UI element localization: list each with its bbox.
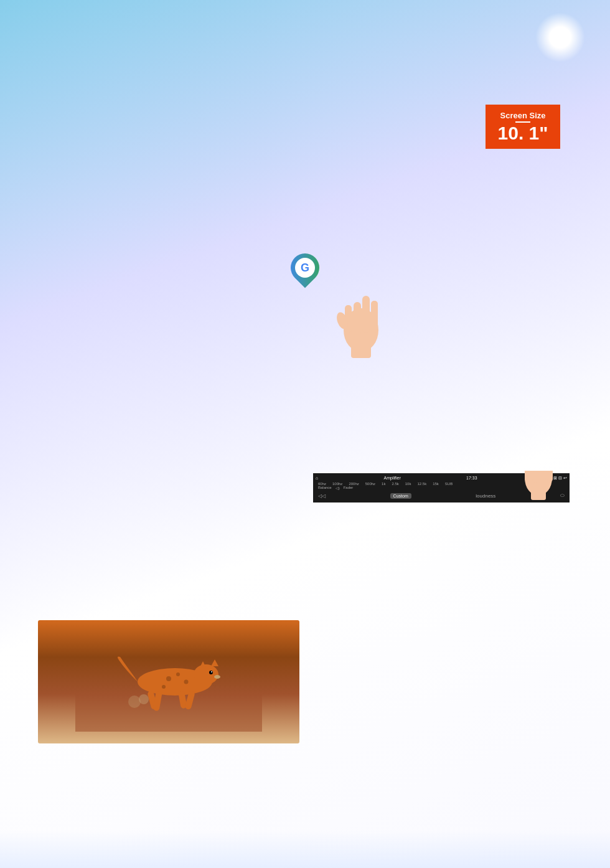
svg-point-20 — [214, 675, 220, 679]
svg-point-22 — [176, 672, 180, 676]
amp-hand-svg — [520, 470, 557, 500]
svg-marker-17 — [200, 661, 206, 668]
amp-custom-btn[interactable]: Custom — [390, 493, 411, 499]
svg-rect-8 — [532, 470, 538, 483]
cheetah-image — [37, 620, 300, 744]
sky-gradient-bg — [37, 470, 300, 595]
amp-time: 17:33 — [466, 476, 477, 481]
svg-rect-3 — [371, 301, 378, 333]
badge-size: 10. 1" — [495, 124, 550, 143]
svg-rect-13 — [75, 694, 262, 732]
hand-svg — [336, 271, 386, 358]
svg-rect-12 — [531, 486, 546, 500]
gmaps-pin: G — [284, 247, 325, 288]
sunlight-image — [37, 470, 300, 595]
svg-rect-10 — [547, 470, 553, 481]
amp-toggle[interactable]: ⬭ — [560, 493, 565, 499]
svg-point-19 — [211, 671, 212, 672]
svg-rect-9 — [540, 470, 546, 481]
svg-marker-16 — [211, 659, 218, 666]
svg-rect-11 — [525, 470, 530, 481]
svg-point-18 — [209, 671, 213, 674]
amp-loudness-label: loudness — [476, 493, 495, 499]
badge-label: Screen Size — [495, 111, 550, 120]
feature-sunlight: No light reflecting under 360° direct su… — [37, 470, 300, 610]
svg-rect-2 — [362, 296, 370, 333]
amp-home-icon: ⌂ — [316, 476, 318, 481]
svg-point-23 — [184, 680, 189, 684]
cheetah-svg — [75, 632, 262, 732]
gmaps-icon-wrapper: G — [291, 253, 319, 282]
screen-size-badge: Screen Size 10. 1" — [486, 105, 560, 149]
svg-rect-6 — [351, 339, 371, 358]
gmaps-g-letter: G — [295, 258, 315, 278]
svg-point-21 — [166, 676, 171, 681]
svg-point-30 — [128, 696, 141, 708]
amp-title: Amplifier — [384, 476, 401, 481]
svg-point-24 — [162, 685, 166, 689]
feature-grid: No light reflecting under 360° direct su… — [37, 470, 573, 759]
hand-touch-image — [336, 271, 386, 358]
svg-point-15 — [194, 664, 218, 684]
cheetah-bg — [38, 620, 299, 743]
amp-hand-touch — [520, 470, 557, 502]
feature-cheetah: Super Fast Response — [37, 620, 300, 759]
amp-prev-btn[interactable]: ◁◁ — [318, 493, 326, 499]
amp-screen: ⌂ Amplifier 17:33 ⊡ ◁) ⊠ ⊟ ↩ 60hz100hz20… — [313, 473, 570, 502]
section-ips-screen: IPS Full Screen View No light reflecting… — [0, 420, 610, 771]
svg-rect-1 — [354, 302, 361, 336]
